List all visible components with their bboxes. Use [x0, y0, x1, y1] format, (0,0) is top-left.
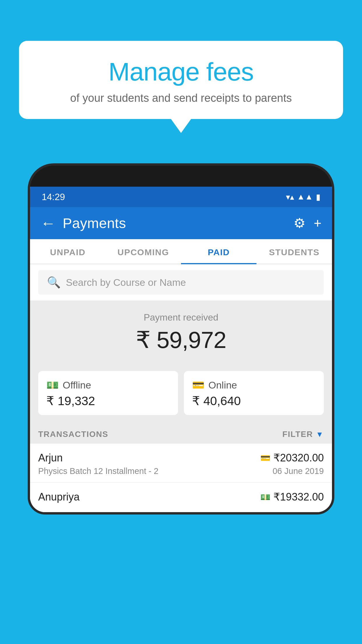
search-box[interactable]: 🔍 Search by Course or Name [38, 270, 324, 295]
add-button[interactable]: + [314, 215, 321, 231]
phone-wrapper: 14:29 ▾▴ ▲▲ ▮ ← Payments ⚙ + UNPAID UP [28, 163, 334, 644]
search-icon: 🔍 [47, 276, 61, 289]
transaction-amount-anupriya: ₹19332.00 [273, 491, 324, 503]
tab-students[interactable]: STUDENTS [256, 239, 332, 264]
tabs-bar: UNPAID UPCOMING PAID STUDENTS [30, 239, 332, 264]
filter-icon: ▼ [316, 430, 324, 439]
phone-top-notch-area [30, 166, 332, 187]
side-button-volume-up [28, 247, 29, 276]
app-bar-actions: ⚙ + [294, 215, 321, 231]
search-container: 🔍 Search by Course or Name [30, 264, 332, 300]
speech-bubble-title: Manage fees [36, 57, 326, 87]
transaction-top-arjun: Arjun 💳 ₹20320.00 [38, 452, 324, 464]
transaction-date-arjun: 06 June 2019 [273, 466, 324, 476]
payment-total-amount: ₹ 59,972 [30, 326, 332, 354]
transactions-label: TRANSACTIONS [38, 430, 108, 439]
transaction-row-anupriya[interactable]: Anupriya 💵 ₹19332.00 [30, 483, 332, 512]
status-bar: 14:29 ▾▴ ▲▲ ▮ [30, 187, 332, 207]
transaction-name-anupriya: Anupriya [38, 491, 80, 503]
online-card-label: Online [208, 379, 237, 391]
side-button-volume-down [28, 282, 29, 312]
tab-unpaid[interactable]: UNPAID [30, 239, 106, 264]
app-bar-title: Payments [63, 215, 287, 231]
transaction-amount-row-anupriya: 💵 ₹19332.00 [260, 491, 324, 503]
online-card-header: 💳 Online [192, 379, 316, 391]
side-button-power [333, 259, 334, 303]
back-button[interactable]: ← [41, 216, 56, 231]
speech-bubble: Manage fees of your students and send re… [19, 41, 343, 119]
transaction-name-arjun: Arjun [38, 452, 63, 464]
filter-label: FILTER [282, 430, 313, 439]
offline-card-amount: ₹ 19,332 [46, 394, 170, 408]
app-bar: ← Payments ⚙ + [30, 207, 332, 239]
offline-payment-card: 💵 Offline ₹ 19,332 [38, 371, 178, 415]
transactions-header: TRANSACTIONS FILTER ▼ [30, 423, 332, 444]
speech-bubble-container: Manage fees of your students and send re… [19, 41, 343, 119]
offline-card-label: Offline [63, 379, 91, 391]
tab-upcoming[interactable]: UPCOMING [106, 239, 181, 264]
transaction-bottom-arjun: Physics Batch 12 Installment - 2 06 June… [38, 466, 324, 476]
online-card-amount: ₹ 40,640 [192, 394, 316, 408]
offline-card-header: 💵 Offline [46, 379, 170, 391]
cash-icon: 💵 [46, 379, 59, 391]
phone-frame: 14:29 ▾▴ ▲▲ ▮ ← Payments ⚙ + UNPAID UP [28, 163, 334, 514]
transaction-amount-arjun: ₹20320.00 [273, 452, 324, 464]
cash-payment-icon: 💵 [260, 492, 270, 502]
payment-summary: Payment received ₹ 59,972 [30, 300, 332, 364]
speech-bubble-subtitle: of your students and send receipts to pa… [36, 92, 326, 104]
payment-received-label: Payment received [30, 312, 332, 323]
filter-button[interactable]: FILTER ▼ [282, 430, 324, 439]
transaction-top-anupriya: Anupriya 💵 ₹19332.00 [38, 491, 324, 503]
phone-notch [166, 166, 196, 182]
transaction-row[interactable]: Arjun 💳 ₹20320.00 Physics Batch 12 Insta… [30, 444, 332, 483]
transaction-amount-row-arjun: 💳 ₹20320.00 [260, 452, 324, 464]
signal-icon: ▲▲ [297, 192, 313, 202]
payment-cards: 💵 Offline ₹ 19,332 💳 Online ₹ 40,640 [30, 364, 332, 423]
search-placeholder: Search by Course or Name [66, 277, 186, 288]
card-icon: 💳 [192, 379, 204, 391]
settings-button[interactable]: ⚙ [294, 215, 305, 231]
battery-icon: ▮ [316, 192, 320, 202]
status-bar-time: 14:29 [42, 192, 65, 202]
transaction-course-arjun: Physics Batch 12 Installment - 2 [38, 466, 159, 476]
phone-screen: 14:29 ▾▴ ▲▲ ▮ ← Payments ⚙ + UNPAID UP [30, 187, 332, 512]
status-icons: ▾▴ ▲▲ ▮ [286, 192, 320, 202]
online-payment-card: 💳 Online ₹ 40,640 [184, 371, 324, 415]
wifi-icon: ▾▴ [286, 192, 294, 202]
content-area: 🔍 Search by Course or Name Payment recei… [30, 264, 332, 512]
card-payment-icon: 💳 [260, 453, 270, 463]
tab-paid[interactable]: PAID [181, 239, 256, 264]
